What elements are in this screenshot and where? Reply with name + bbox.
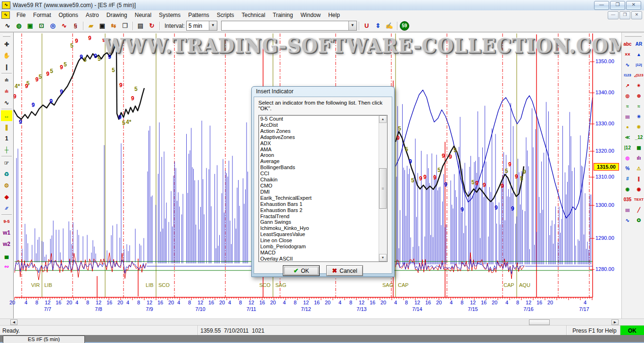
blue-star-icon[interactable]: ✳ xyxy=(633,111,644,122)
green-zigzag-eq-icon[interactable]: ≈ xyxy=(622,101,633,111)
trash-icon[interactable]: ♻ xyxy=(1,169,12,180)
toolbar-grip[interactable] xyxy=(3,34,10,37)
red-line-icon[interactable]: ╱ xyxy=(633,204,644,215)
magenta-spiral-icon[interactable]: ◎ xyxy=(622,153,633,163)
cancel-button[interactable]: ✖ Cancel xyxy=(326,265,363,276)
hscroll-thumb[interactable] xyxy=(529,319,550,325)
line-zigzag-icon[interactable]: ∿ xyxy=(1,97,12,108)
list-item[interactable]: CMO xyxy=(260,183,379,189)
mdi-close-button[interactable]: ✕ xyxy=(631,11,642,19)
list-item[interactable]: ADX xyxy=(260,140,379,147)
listbox-scrollbar[interactable]: ▲ ▼ xyxy=(379,115,387,261)
tab-es-5min[interactable]: ES #F (5 min) xyxy=(3,335,85,343)
red-zigzag-arrow-icon[interactable]: ↗ xyxy=(622,80,633,90)
green-fan-icon[interactable]: ≪ xyxy=(622,132,633,142)
triangle-123-icon[interactable]: ◿123 xyxy=(633,70,644,80)
disk-copy-icon[interactable]: ❒ xyxy=(120,21,130,31)
menu-options[interactable]: Options xyxy=(55,11,82,19)
menu-training[interactable]: Training xyxy=(269,11,297,19)
red-cross-icon[interactable]: ×× xyxy=(622,49,633,59)
scroll-left-arrow-icon[interactable]: ◀ xyxy=(10,319,17,325)
list-item[interactable]: Action Zones xyxy=(260,128,379,134)
zoom-region-icon[interactable]: ↔ xyxy=(1,110,12,121)
warning-triangle-icon[interactable]: ⚠ xyxy=(633,163,644,173)
globe-icon[interactable]: ◍ xyxy=(14,21,24,31)
expand-bars-icon[interactable]: ❚ xyxy=(1,122,12,132)
zigzag-icon[interactable]: ∿ xyxy=(59,21,69,31)
symbol-combobox[interactable]: ▼ xyxy=(221,21,357,31)
wave2-icon[interactable]: w2 xyxy=(1,238,12,249)
horizontal-scrollbar[interactable]: ◀ ▶ xyxy=(0,318,644,326)
yellow-ellipse-icon[interactable]: ● xyxy=(622,122,633,132)
text-abc-icon[interactable]: abc xyxy=(622,39,633,49)
menu-format[interactable]: Format xyxy=(29,11,55,19)
purple-bars-icon[interactable]: |||| xyxy=(622,111,633,122)
list-item[interactable]: Exhaustion Bars 2 xyxy=(260,207,379,213)
angle-ar-icon[interactable]: AR xyxy=(633,39,644,49)
red-spiral-square-icon[interactable]: ◉ xyxy=(633,184,644,194)
list-item[interactable]: FractalTrend xyxy=(260,213,379,220)
scroll-down-button[interactable]: ▼ xyxy=(379,254,387,261)
red-blue-lines-icon[interactable]: ∥ xyxy=(633,173,644,184)
toolbar-grip[interactable] xyxy=(625,34,642,37)
menu-help[interactable]: Help xyxy=(324,11,344,19)
earth-search-icon[interactable]: ✪ xyxy=(633,215,644,225)
spiral-target-icon[interactable]: ◎ xyxy=(622,90,633,101)
bar-width-12-icon[interactable]: |12| xyxy=(633,59,644,70)
menu-file[interactable]: File xyxy=(13,11,29,19)
list-item[interactable]: 9-5 Count xyxy=(260,116,379,122)
chevron-down-icon[interactable]: ▼ xyxy=(348,21,356,30)
list-item[interactable]: Lomb_Periodogram xyxy=(260,244,379,250)
list-item[interactable]: AccDist xyxy=(260,122,379,128)
red-bar-chart-icon[interactable]: ıłı xyxy=(1,86,12,97)
green-bars-12-icon[interactable]: |12 xyxy=(622,142,633,153)
list-item[interactable]: Earik_TechnicalExpert xyxy=(260,195,379,201)
updown-arrows-icon[interactable]: ⇕ xyxy=(373,21,383,31)
indicator-listbox[interactable]: 9-5 CountAccDistAction ZonesAdaptiveZone… xyxy=(258,115,388,262)
list-item[interactable]: AMA xyxy=(260,147,379,153)
candle-chart-icon[interactable]: ∿ xyxy=(2,21,13,31)
scroll-up-button[interactable]: ▲ xyxy=(379,115,387,123)
yellow-wheel-icon[interactable]: ❋ xyxy=(633,122,644,132)
ibeam-icon[interactable]: ❙ xyxy=(1,61,12,72)
scroll-thumb[interactable] xyxy=(379,168,387,209)
blue-arrow-up-icon[interactable]: ▲ xyxy=(633,49,644,59)
list-item[interactable]: Chaikin xyxy=(260,177,379,183)
menu-neural[interactable]: Neural xyxy=(131,11,155,19)
crosshair-icon[interactable]: ✚ xyxy=(1,39,12,49)
list-item[interactable]: Ichimoku_Kinko_Hyo xyxy=(260,225,379,231)
menu-patterns[interactable]: Patterns xyxy=(184,11,213,19)
save-icon[interactable]: ▣ xyxy=(97,21,107,31)
bar-chart-icon[interactable]: ıłı xyxy=(1,74,12,85)
menu-window[interactable]: Window xyxy=(297,11,324,19)
wrench-icon[interactable]: ⚙ xyxy=(1,180,12,191)
nine-five-count-icon[interactable]: 9-5 xyxy=(1,216,12,227)
compress-bars-icon[interactable]: ┼ xyxy=(1,144,12,155)
list-item[interactable]: AdaptiveZones xyxy=(260,134,379,140)
scroll-right-arrow-icon[interactable]: ▶ xyxy=(611,319,619,325)
monitor-icon[interactable]: ⊡ xyxy=(36,21,47,31)
list-item[interactable]: Gann Swings xyxy=(260,219,379,225)
menu-scripts[interactable]: Scripts xyxy=(213,11,238,19)
blue-wave-icon[interactable]: ∿ xyxy=(622,59,633,70)
refresh-icon[interactable]: ↻ xyxy=(147,21,157,31)
blue-grid-icon[interactable]: # xyxy=(622,173,633,184)
list-item[interactable]: MACD xyxy=(260,250,379,256)
list-item[interactable]: LeastSquaresValue xyxy=(260,231,379,237)
gann-square-icon[interactable]: ▣ xyxy=(25,21,35,31)
list-item[interactable]: CCI xyxy=(260,171,379,177)
ok-button[interactable]: ✔ OK xyxy=(283,265,320,276)
purple-lines-icon[interactable]: |||| xyxy=(622,204,633,215)
training-hand-icon[interactable]: ✍ xyxy=(384,21,395,31)
pan-hand-icon[interactable]: ✋ xyxy=(1,50,12,61)
wheel-icon[interactable]: ◎ xyxy=(48,21,58,31)
chevron-down-icon[interactable]: ▼ xyxy=(209,21,217,30)
green-hatch-square-icon[interactable]: ▩ xyxy=(633,142,644,153)
purple-antenna-icon[interactable]: ıIı xyxy=(633,153,644,163)
green-zigzag-eq2-icon[interactable]: ≈ xyxy=(633,101,644,111)
list-item[interactable]: DMI xyxy=(260,189,379,195)
menu-technical[interactable]: Technical xyxy=(238,11,269,19)
list-item[interactable]: Exhaustion Bars 1 xyxy=(260,201,379,207)
select-hand-icon[interactable]: ☞ xyxy=(1,157,12,168)
open-folder-icon[interactable]: ▰ xyxy=(86,21,96,31)
